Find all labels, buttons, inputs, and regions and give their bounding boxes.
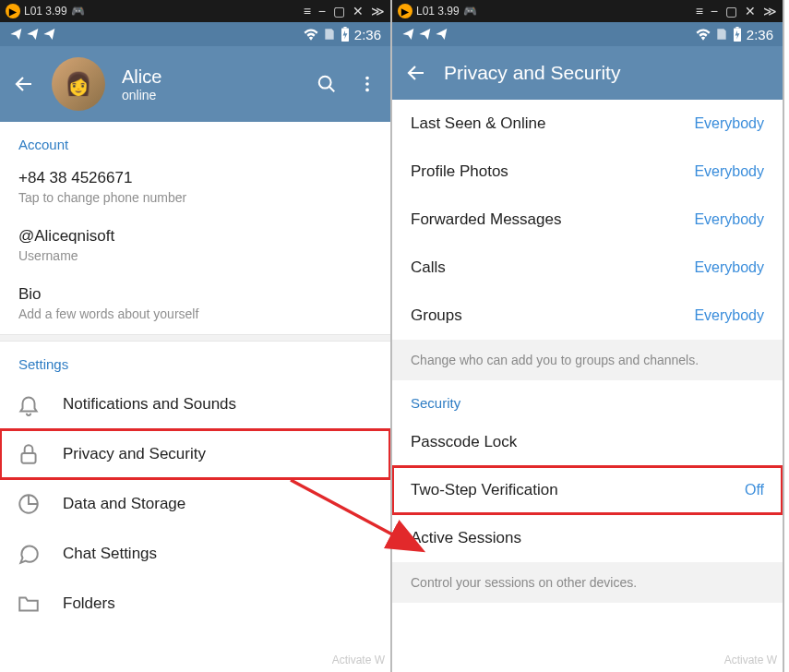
- pie-icon: [17, 492, 41, 516]
- settings-notifications[interactable]: Notifications and Sounds: [0, 379, 390, 429]
- lock-icon: [17, 442, 41, 466]
- emulator-more-icon[interactable]: ≫: [763, 4, 777, 18]
- privacy-hint: Change who can add you to groups and cha…: [392, 340, 783, 380]
- bio-item[interactable]: Bio Add a few words about yourself: [0, 276, 390, 334]
- status-time: 2:36: [747, 27, 773, 42]
- settings-data[interactable]: Data and Storage: [0, 479, 390, 529]
- row-label: Profile Photos: [411, 162, 508, 181]
- svg-rect-1: [343, 27, 346, 29]
- svg-point-2: [319, 77, 331, 89]
- telegram-plane-icon: [435, 27, 449, 42]
- phone-right: ▶ L01 3.99 🎮 ≡ − ▢ ✕ ≫ 2:36 Privacy and …: [392, 0, 784, 672]
- chat-icon: [17, 542, 41, 566]
- phone-item[interactable]: +84 38 4526671 Tap to change phone numbe…: [0, 160, 390, 218]
- back-arrow-icon[interactable]: [405, 62, 427, 84]
- folder-icon: [17, 592, 41, 616]
- username-item[interactable]: @Aliceqnisoft Username: [0, 218, 390, 276]
- settings-label: Privacy and Security: [63, 445, 206, 463]
- telegram-plane-icon: [42, 27, 57, 42]
- row-label: Passcode Lock: [411, 433, 517, 451]
- telegram-plane-icon: [418, 27, 433, 42]
- phone-hint: Tap to change phone number: [18, 190, 372, 205]
- settings-header: Settings: [0, 342, 390, 379]
- emulator-minimize-icon[interactable]: −: [318, 4, 326, 18]
- wifi-icon: [695, 28, 711, 41]
- android-status-bar: 2:36: [392, 22, 783, 46]
- svg-rect-6: [21, 453, 35, 463]
- phone-number: +84 38 4526671: [18, 169, 372, 187]
- bio-label: Bio: [18, 285, 372, 304]
- telegram-plane-icon: [401, 27, 416, 42]
- row-label: Groups: [411, 306, 462, 325]
- search-icon[interactable]: [317, 74, 337, 94]
- settings-chat[interactable]: Chat Settings: [0, 529, 390, 579]
- emulator-titlebar: ▶ L01 3.99 🎮 ≡ − ▢ ✕ ≫: [392, 0, 783, 22]
- battery-charging-icon: [340, 27, 351, 42]
- bio-hint: Add a few words about yourself: [18, 306, 372, 321]
- emulator-titlebar: ▶ L01 3.99 🎮 ≡ − ▢ ✕ ≫: [0, 0, 390, 22]
- settings-folders[interactable]: Folders: [0, 579, 390, 629]
- username-hint: Username: [18, 248, 372, 263]
- gamepad-icon: 🎮: [71, 5, 85, 18]
- android-status-bar: 2:36: [0, 22, 390, 46]
- svg-point-4: [365, 82, 369, 86]
- row-value: Off: [745, 482, 764, 498]
- telegram-plane-icon: [26, 27, 41, 42]
- emulator-maximize-icon[interactable]: ▢: [725, 4, 737, 18]
- more-vert-icon[interactable]: [357, 74, 377, 94]
- back-arrow-icon[interactable]: [13, 73, 35, 95]
- emulator-menu-icon[interactable]: ≡: [304, 4, 311, 18]
- username-value: @Aliceqnisoft: [18, 227, 372, 246]
- row-label: Two-Step Verification: [411, 481, 558, 499]
- emulator-close-icon[interactable]: ✕: [745, 4, 756, 18]
- security-passcode-lock[interactable]: Passcode Lock: [392, 418, 783, 466]
- settings-label: Data and Storage: [63, 495, 185, 513]
- emulator-logo-icon: ▶: [6, 4, 20, 18]
- emulator-more-icon[interactable]: ≫: [371, 4, 385, 18]
- row-value: Everybody: [694, 259, 764, 276]
- bell-icon: [17, 392, 41, 416]
- privacy-calls[interactable]: Calls Everybody: [392, 244, 783, 292]
- watermark: Activate W: [724, 654, 777, 666]
- security-two-step[interactable]: Two-Step Verification Off: [392, 466, 783, 514]
- status-time: 2:36: [354, 27, 381, 42]
- row-label: Last Seen & Online: [411, 114, 545, 133]
- gamepad-icon: 🎮: [463, 5, 477, 18]
- phone-left: ▶ L01 3.99 🎮 ≡ − ▢ ✕ ≫ 2:36 👩 Alice: [0, 0, 392, 672]
- section-divider: [0, 334, 390, 342]
- row-value: Everybody: [694, 211, 764, 228]
- row-value: Everybody: [694, 307, 764, 324]
- security-active-sessions[interactable]: Active Sessions: [392, 514, 783, 562]
- account-header: Account: [0, 122, 390, 160]
- emulator-label: L01 3.99: [24, 5, 67, 18]
- svg-point-5: [365, 89, 369, 92]
- profile-avatar[interactable]: 👩: [52, 57, 105, 111]
- emulator-maximize-icon[interactable]: ▢: [333, 4, 345, 18]
- row-label: Forwarded Messages: [411, 210, 561, 229]
- settings-label: Folders: [63, 594, 115, 613]
- watermark: Activate W: [332, 654, 385, 666]
- profile-status: online: [122, 88, 161, 102]
- security-hint: Control your sessions on other devices.: [392, 562, 783, 603]
- settings-label: Chat Settings: [63, 545, 157, 563]
- privacy-profile-photos[interactable]: Profile Photos Everybody: [392, 148, 783, 196]
- privacy-groups[interactable]: Groups Everybody: [392, 292, 783, 340]
- sim-icon: [715, 28, 728, 41]
- profile-name: Alice: [122, 66, 161, 88]
- emulator-minimize-icon[interactable]: −: [711, 4, 718, 18]
- privacy-forwarded[interactable]: Forwarded Messages Everybody: [392, 196, 783, 244]
- svg-point-3: [365, 77, 369, 80]
- emulator-close-icon[interactable]: ✕: [353, 4, 364, 18]
- svg-rect-9: [735, 27, 738, 29]
- page-title: Privacy and Security: [444, 62, 620, 84]
- emulator-menu-icon[interactable]: ≡: [696, 4, 703, 18]
- profile-appbar: 👩 Alice online: [0, 46, 390, 122]
- battery-charging-icon: [732, 27, 743, 42]
- privacy-last-seen[interactable]: Last Seen & Online Everybody: [392, 100, 783, 148]
- settings-privacy[interactable]: Privacy and Security: [0, 429, 390, 479]
- row-value: Everybody: [694, 115, 764, 132]
- row-value: Everybody: [694, 163, 764, 180]
- telegram-plane-icon: [9, 27, 24, 42]
- settings-label: Notifications and Sounds: [63, 395, 236, 414]
- emulator-logo-icon: ▶: [398, 4, 412, 18]
